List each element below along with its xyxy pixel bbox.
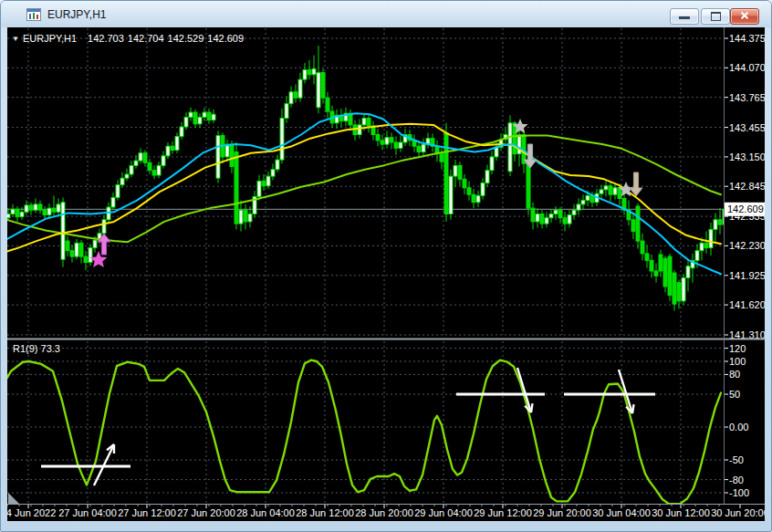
minimize-icon <box>679 16 690 19</box>
svg-text:100: 100 <box>729 356 746 367</box>
minimize-button[interactable] <box>670 8 699 25</box>
symbol-label: EURJPY,H1 <box>23 33 77 44</box>
close-button[interactable] <box>730 8 759 25</box>
application-window: EURJPY,H1 144.375144.070143.765143.45514… <box>0 0 772 532</box>
svg-text:144.070: 144.070 <box>729 62 765 73</box>
window-titlebar[interactable]: EURJPY,H1 <box>1 1 771 27</box>
subwindow-resize-grip[interactable] <box>8 493 19 504</box>
svg-text:24 Jun 2022: 24 Jun 2022 <box>7 507 56 518</box>
sell-signal-arrow-2 <box>630 172 642 196</box>
svg-text:0.00: 0.00 <box>729 422 748 433</box>
chart-canvas[interactable]: 144.375144.070143.765143.455143.150142.8… <box>7 27 765 521</box>
indicator-scale[interactable]: 12010080500.00-50-80-100 <box>724 343 749 498</box>
svg-text:80: 80 <box>729 369 740 380</box>
current-price-value: 142.609 <box>727 203 764 214</box>
svg-text:120: 120 <box>729 343 746 354</box>
svg-text:143.455: 143.455 <box>729 122 765 133</box>
svg-text:27 Jun 20:00: 27 Jun 20:00 <box>177 507 235 518</box>
chart-window-icon <box>26 8 41 21</box>
svg-text:28 Jun 04:00: 28 Jun 04:00 <box>236 507 295 518</box>
svg-text:-50: -50 <box>729 454 744 465</box>
svg-text:143.150: 143.150 <box>729 151 765 162</box>
svg-text:27 Jun 12:00: 27 Jun 12:00 <box>118 507 176 518</box>
low-value: 142.529 <box>168 33 204 44</box>
indicator-line <box>7 360 721 505</box>
svg-text:28 Jun 12:00: 28 Jun 12:00 <box>296 507 354 518</box>
svg-text:143.765: 143.765 <box>729 92 765 103</box>
chart-header: ▼EURJPY,H1142.703142.704142.529142.609 <box>12 33 244 45</box>
candlestick-series <box>7 46 726 311</box>
svg-text:29 Jun 04:00: 29 Jun 04:00 <box>414 507 473 518</box>
symbol-dropdown-toggle[interactable]: ▼ <box>12 35 19 43</box>
svg-text:28 Jun 20:00: 28 Jun 20:00 <box>355 507 413 518</box>
window-title: EURJPY,H1 <box>47 8 106 21</box>
close-value: 142.609 <box>207 33 244 44</box>
svg-text:-100: -100 <box>729 487 749 498</box>
svg-text:30 Jun 20:00: 30 Jun 20:00 <box>711 507 765 518</box>
restore-button[interactable] <box>701 8 730 25</box>
svg-text:144.375: 144.375 <box>729 33 765 44</box>
close-icon <box>739 10 750 21</box>
white-arrow-down-2[interactable] <box>619 370 632 413</box>
svg-text:29 Jun 20:00: 29 Jun 20:00 <box>533 507 591 518</box>
svg-text:50: 50 <box>729 389 740 400</box>
svg-text:141.925: 141.925 <box>729 270 765 281</box>
time-scale[interactable]: 24 Jun 202227 Jun 04:0027 Jun 12:0027 Ju… <box>7 505 765 518</box>
svg-text:-80: -80 <box>729 475 744 485</box>
svg-text:27 Jun 04:00: 27 Jun 04:00 <box>58 507 117 518</box>
open-value: 142.703 <box>88 33 124 44</box>
svg-text:141.620: 141.620 <box>729 299 765 310</box>
chart-area: 144.375144.070143.765143.455143.150142.8… <box>7 27 765 521</box>
svg-text:30 Jun 04:00: 30 Jun 04:00 <box>592 507 651 518</box>
grid-lines <box>7 28 724 504</box>
svg-text:142.230: 142.230 <box>729 240 765 251</box>
restore-icon <box>711 12 721 21</box>
svg-text:30 Jun 12:00: 30 Jun 12:00 <box>652 507 710 518</box>
svg-text:142.845: 142.845 <box>729 181 765 192</box>
price-scale[interactable]: 144.375144.070143.765143.455143.150142.8… <box>724 33 765 340</box>
svg-text:29 Jun 12:00: 29 Jun 12:00 <box>474 507 532 518</box>
high-value: 142.704 <box>128 33 164 44</box>
signal-markers <box>90 119 643 267</box>
indicator-label: R1(9) 73.3 <box>13 343 60 354</box>
